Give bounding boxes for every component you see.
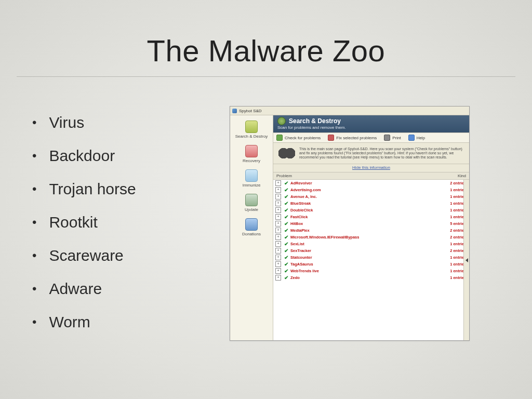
sidebar-item-search[interactable]: Search & Destroy: [230, 118, 273, 142]
expand-icon[interactable]: +: [275, 207, 281, 213]
expand-icon[interactable]: +: [275, 261, 281, 267]
result-row[interactable]: +✔Advertising.com1 entries: [273, 187, 469, 193]
problem-kind: 1 entries: [430, 255, 466, 260]
print-button[interactable]: Print: [384, 135, 401, 141]
result-row[interactable]: +✔MediaPlex2 entries: [273, 227, 469, 234]
problem-name: Zedo: [289, 275, 430, 281]
slide: The Malware Zoo Virus Backdoor Trojan ho…: [0, 0, 532, 399]
hide-info-link[interactable]: Hide this information: [273, 164, 469, 172]
expand-icon[interactable]: +: [275, 201, 281, 206]
expand-icon[interactable]: +: [275, 275, 281, 281]
print-icon: [384, 135, 390, 141]
checkmark-icon: ✔: [283, 201, 289, 206]
problem-kind: 1 entries: [430, 268, 466, 274]
expand-icon[interactable]: +: [275, 221, 281, 227]
problem-kind: 5 entries: [430, 221, 466, 227]
donations-icon: [245, 218, 258, 231]
checkmark-icon: ✔: [283, 221, 289, 227]
sidebar-item-immunize[interactable]: Immunize: [230, 167, 273, 191]
problem-name: Microsoft.Windows.IEFirewallBypass: [289, 234, 430, 240]
app-window: Spybot S&D Search & Destroy Recovery Imm…: [230, 106, 470, 341]
checkmark-icon: ✔: [283, 234, 289, 240]
expand-icon[interactable]: +: [275, 241, 281, 247]
result-row[interactable]: +✔Zedo1 entries: [273, 274, 469, 281]
binoculars-icon: [278, 147, 295, 159]
result-row[interactable]: +✔HitBox5 entries: [273, 220, 469, 227]
checkmark-icon: ✔: [283, 180, 289, 186]
results-header: Problem Kind: [273, 172, 469, 180]
app-icon: [232, 109, 237, 113]
result-row[interactable]: +✔TagASaurus1 entries: [273, 261, 469, 268]
help-button[interactable]: Help: [408, 135, 425, 141]
checkmark-icon: ✔: [283, 228, 289, 233]
checkmark-icon: ✔: [283, 255, 289, 260]
result-row[interactable]: +✔SexList1 entries: [273, 241, 469, 247]
problem-name: DoubleClick: [289, 207, 430, 213]
problem-kind: 1 entries: [430, 201, 466, 206]
problem-name: AdRevolver: [289, 180, 430, 186]
result-row[interactable]: +✔DoubleClick1 entries: [273, 207, 469, 214]
bullet-item: Rootkit: [30, 206, 217, 239]
problem-kind: 2 entries: [430, 234, 466, 240]
problem-name: BlueStreak: [289, 201, 430, 206]
expand-icon[interactable]: +: [275, 248, 281, 254]
problem-kind: 1 entries: [430, 241, 466, 247]
problem-name: WebTrends live: [289, 268, 430, 274]
sidebar: Search & Destroy Recovery Immunize Updat…: [230, 115, 273, 340]
problem-name: MediaPlex: [289, 228, 430, 233]
bullet-item: Scareware: [30, 239, 217, 272]
result-row[interactable]: +✔AdRevolver2 entries: [273, 180, 469, 187]
titlebar: Spybot S&D: [230, 107, 469, 115]
expand-icon[interactable]: +: [275, 194, 281, 200]
problem-kind: 1 entries: [430, 187, 466, 193]
panel-header: Search & Destroy Scan for problems and r…: [273, 115, 469, 132]
update-icon: [245, 194, 258, 206]
expand-icon[interactable]: +: [275, 228, 281, 233]
problem-name: TagASaurus: [289, 261, 430, 267]
check-button[interactable]: Check for problems: [276, 135, 321, 141]
sidebar-item-update[interactable]: Update: [230, 192, 273, 215]
bullet-item: Trojan horse: [30, 172, 217, 206]
result-row[interactable]: +✔Microsoft.Windows.IEFirewallBypass2 en…: [273, 234, 469, 241]
problem-kind: 1 entries: [430, 261, 466, 267]
search-destroy-icon: [245, 121, 258, 133]
fix-icon: [328, 135, 334, 141]
check-icon: [276, 135, 283, 141]
results-list: +✔AdRevolver2 entries+✔Advertising.com1 …: [273, 180, 469, 340]
panel-header-icon: [277, 117, 286, 125]
problem-kind: 2 entries: [430, 180, 466, 186]
problem-name: HitBox: [289, 221, 430, 227]
intro-strip: This is the main scan page of Spybot-S&D…: [273, 143, 469, 164]
checkmark-icon: ✔: [283, 261, 289, 267]
expand-icon[interactable]: +: [275, 255, 281, 260]
expand-icon[interactable]: +: [275, 268, 281, 274]
fix-button[interactable]: Fix selected problems: [328, 135, 377, 141]
toolbar: Check for problems Fix selected problems…: [273, 132, 469, 143]
bullet-item: Backdoor: [30, 139, 217, 172]
expand-icon[interactable]: +: [275, 214, 281, 220]
sidebar-item-recovery[interactable]: Recovery: [230, 143, 273, 166]
problem-kind: 2 entries: [430, 228, 466, 233]
sidebar-item-donations[interactable]: Donations: [230, 216, 273, 240]
result-row[interactable]: +✔Statcounter1 entries: [273, 254, 469, 261]
slide-title: The Malware Zoo: [0, 0, 532, 76]
side-splitter[interactable]: [463, 180, 469, 340]
immunize-icon: [245, 169, 258, 182]
problem-kind: 2 entries: [430, 248, 466, 254]
result-row[interactable]: +✔WebTrends live1 entries: [273, 268, 469, 274]
arrow-left-icon: [466, 258, 468, 262]
app-body: Search & Destroy Recovery Immunize Updat…: [230, 115, 469, 340]
problem-name: Avenue A, Inc.: [289, 194, 430, 200]
checkmark-icon: ✔: [283, 207, 289, 213]
recovery-icon: [245, 145, 258, 157]
result-row[interactable]: +✔SexTracker2 entries: [273, 247, 469, 254]
result-row[interactable]: +✔BlueStreak1 entries: [273, 200, 469, 207]
problem-name: FastClick: [289, 214, 430, 220]
expand-icon[interactable]: +: [275, 180, 281, 186]
result-row[interactable]: +✔Avenue A, Inc.1 entries: [273, 193, 469, 200]
problem-kind: 1 entries: [430, 194, 466, 200]
result-row[interactable]: +✔FastClick1 entries: [273, 214, 469, 220]
expand-icon[interactable]: +: [275, 187, 281, 193]
expand-icon[interactable]: +: [275, 234, 281, 240]
panel-subtitle: Scan for problems and remove them.: [277, 125, 465, 130]
